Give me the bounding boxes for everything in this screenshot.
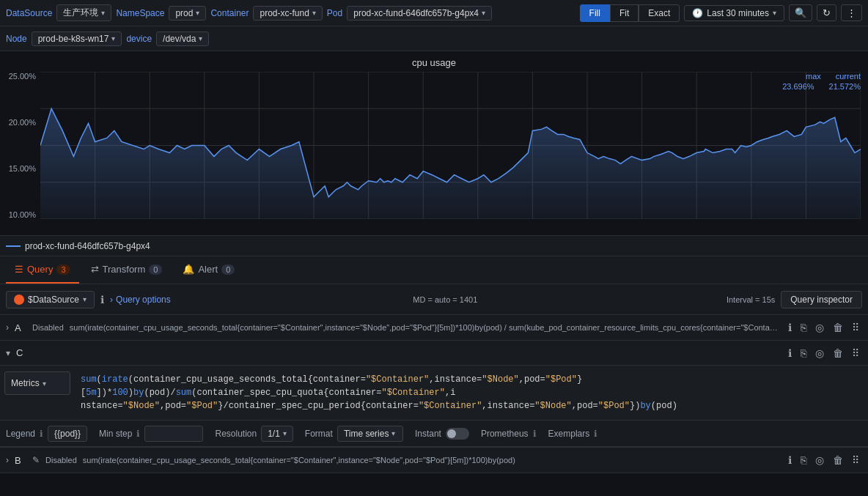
query-b-header: › B ✎ Disabled sum(irate(container_cpu_u… bbox=[0, 448, 868, 473]
legend-info-icon[interactable]: ℹ bbox=[40, 429, 43, 439]
tab-transform[interactable]: ⇄ Transform 0 bbox=[82, 256, 172, 284]
query-c-drag-icon[interactable]: ⠿ bbox=[849, 346, 862, 360]
fit-button[interactable]: Fit bbox=[610, 4, 639, 22]
node-label-item: Node bbox=[6, 34, 27, 44]
chart-stats: max current bbox=[806, 72, 861, 81]
min-step-field: Min step ℹ bbox=[99, 426, 203, 442]
current-label: current bbox=[836, 72, 861, 81]
min-step-input[interactable] bbox=[144, 426, 203, 442]
query-options-label: Query options bbox=[116, 295, 171, 305]
tab-query[interactable]: ☰ Query 3 bbox=[6, 256, 79, 284]
exemplars-label: Exemplars bbox=[548, 429, 590, 439]
pod-label-item: Pod bbox=[327, 8, 342, 18]
time-selector[interactable]: 🕐 Last 30 minutes ▾ bbox=[684, 5, 784, 21]
container-label-item: Container bbox=[210, 8, 249, 18]
container-value: prod-xc-fund bbox=[260, 8, 309, 18]
query-b-hide-icon[interactable]: ◎ bbox=[812, 453, 827, 467]
chart-inner bbox=[40, 72, 861, 219]
expand-icon-c[interactable]: ▾ bbox=[6, 348, 10, 358]
query-a-delete-icon[interactable]: 🗑 bbox=[830, 320, 846, 335]
query-b-edit-icon[interactable]: ✎ bbox=[32, 455, 40, 465]
query-c-expression[interactable]: sum(irate(container_cpu_usage_seconds_to… bbox=[75, 369, 868, 417]
query-b-info-icon[interactable]: ℹ bbox=[785, 453, 795, 467]
query-a-hide-icon[interactable]: ◎ bbox=[812, 320, 827, 335]
chevron-right-icon: › bbox=[110, 295, 113, 305]
tab-transform-label: Transform bbox=[103, 264, 146, 275]
tab-query-label: Query bbox=[27, 264, 53, 275]
expand-icon-a[interactable]: › bbox=[6, 322, 9, 333]
refresh-button[interactable]: ↻ bbox=[817, 4, 836, 21]
exemplars-info-icon[interactable]: ℹ bbox=[594, 429, 597, 439]
fill-button[interactable]: Fill bbox=[580, 4, 610, 22]
expand-icon-b[interactable]: › bbox=[6, 455, 9, 465]
y-label-10: 10.00% bbox=[9, 210, 36, 219]
max-value: 23.696% bbox=[782, 82, 814, 91]
query-b-drag-icon[interactable]: ⠿ bbox=[849, 453, 862, 467]
resolution-value: 1/1 bbox=[268, 429, 280, 439]
query-options-btn[interactable]: › Query options bbox=[110, 295, 171, 305]
second-toolbar: Node prod-be-k8s-wn17 ▾ device /dev/vda … bbox=[0, 26, 868, 51]
prometheus-label: Prometheus bbox=[481, 429, 529, 439]
exact-button[interactable]: Exact bbox=[639, 4, 680, 22]
format-value: Time series bbox=[344, 429, 389, 439]
node-selector[interactable]: prod-be-k8s-wn17 ▾ bbox=[32, 32, 122, 46]
query-b-actions: ℹ ⎘ ◎ 🗑 ⠿ bbox=[785, 453, 862, 467]
namespace-value: prod bbox=[175, 8, 193, 18]
tab-alert[interactable]: 🔔 Alert 0 bbox=[174, 256, 243, 284]
format-select[interactable]: Time series ▾ bbox=[337, 426, 403, 442]
container-chevron: ▾ bbox=[312, 9, 316, 17]
y-axis: 25.00% 20.00% 15.00% 10.00% bbox=[0, 72, 40, 219]
pod-selector[interactable]: prod-xc-fund-646dfc657b-g4px4 ▾ bbox=[347, 6, 492, 21]
instant-toggle[interactable] bbox=[446, 428, 469, 440]
datasource-info-icon[interactable]: ℹ bbox=[100, 294, 104, 306]
query-a-drag-icon[interactable]: ⠿ bbox=[849, 320, 862, 335]
resolution-select[interactable]: 1/1 ▾ bbox=[261, 426, 293, 442]
tabs-bar: ☰ Query 3 ⇄ Transform 0 🔔 Alert 0 bbox=[0, 256, 868, 284]
format-field: Format Time series ▾ bbox=[305, 426, 403, 442]
query-b-letter: B bbox=[15, 455, 26, 466]
datasource-selector[interactable]: DataSource bbox=[6, 8, 52, 18]
zoom-out-button[interactable]: 🔍 bbox=[789, 4, 812, 21]
min-step-info-icon[interactable]: ℹ bbox=[136, 429, 140, 439]
query-c-editor: Metrics ▾ sum(irate(container_cpu_usage_… bbox=[0, 366, 868, 421]
query-c-info-icon[interactable]: ℹ bbox=[785, 346, 795, 360]
query-c-delete-icon[interactable]: 🗑 bbox=[830, 346, 846, 360]
y-label-25: 25.00% bbox=[9, 72, 36, 81]
query-a-copy-icon[interactable]: ⎘ bbox=[798, 320, 809, 335]
metrics-row: Metrics ▾ sum(irate(container_cpu_usage_… bbox=[0, 366, 868, 420]
query-bar: $DataSource ▾ ℹ › Query options MD = aut… bbox=[0, 284, 868, 315]
query-item-c: ▾ C ℹ ⎘ ◎ 🗑 ⠿ Metrics ▾ sum(irate(contai… bbox=[0, 341, 868, 448]
query-inspector-button[interactable]: Query inspector bbox=[781, 291, 862, 308]
query-b-delete-icon[interactable]: 🗑 bbox=[830, 453, 846, 467]
prometheus-info-icon[interactable]: ℹ bbox=[533, 429, 537, 439]
datasource-name: $DataSource bbox=[28, 295, 79, 305]
legend-input[interactable]: {{pod}} bbox=[48, 426, 87, 442]
datasource-select[interactable]: $DataSource ▾ bbox=[6, 291, 95, 308]
env-chevron: ▾ bbox=[101, 9, 105, 17]
device-value: /dev/vda bbox=[163, 34, 196, 44]
metrics-select[interactable]: Metrics ▾ bbox=[4, 371, 70, 395]
node-value: prod-be-k8s-wn17 bbox=[38, 34, 109, 44]
legend-label: Legend bbox=[6, 429, 35, 439]
device-label-item: device bbox=[126, 34, 152, 44]
env-selector[interactable]: 生产环境 ▾ bbox=[56, 4, 111, 21]
alert-icon: 🔔 bbox=[183, 264, 194, 275]
device-selector[interactable]: /dev/vda ▾ bbox=[156, 32, 209, 46]
chart-legend-row: prod-xc-fund-646dfc657b-g4px4 bbox=[0, 235, 868, 256]
query-c-copy-icon[interactable]: ⎘ bbox=[798, 346, 809, 360]
container-selector[interactable]: prod-xc-fund ▾ bbox=[253, 6, 322, 21]
container-label: Container bbox=[210, 8, 249, 18]
more-options-button[interactable]: ⋮ bbox=[841, 4, 862, 21]
query-c-hide-icon[interactable]: ◎ bbox=[812, 346, 827, 360]
query-a-info-icon[interactable]: ℹ bbox=[785, 320, 795, 335]
metrics-chevron: ▾ bbox=[43, 380, 46, 388]
namespace-selector[interactable]: prod ▾ bbox=[169, 6, 206, 21]
chart-values: 23.696% 21.572% bbox=[782, 82, 861, 91]
pod-value: prod-xc-fund-646dfc657b-g4px4 bbox=[353, 8, 479, 18]
interval-info: Interval = 15s bbox=[720, 295, 776, 304]
instant-field: Instant bbox=[415, 428, 469, 440]
tab-alert-label: Alert bbox=[198, 264, 218, 275]
query-b-copy-icon[interactable]: ⎘ bbox=[798, 453, 809, 467]
clock-icon: 🕐 bbox=[692, 8, 703, 18]
node-label: Node bbox=[6, 34, 27, 44]
